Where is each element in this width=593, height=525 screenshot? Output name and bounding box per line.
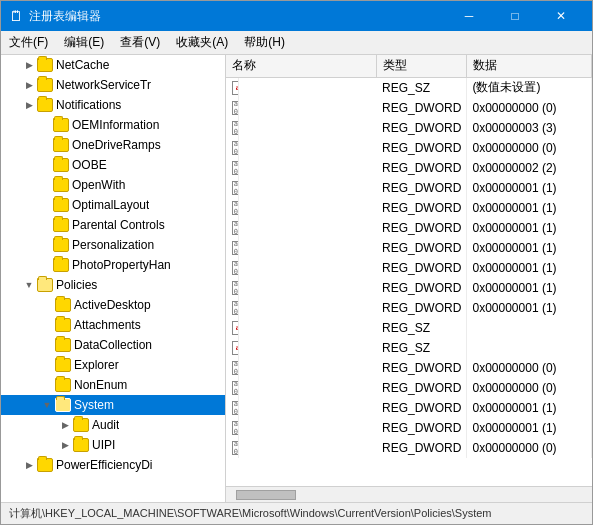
tree-item-explorer[interactable]: ▶ Explorer	[1, 355, 225, 375]
tree-item-powerefficiencydi[interactable]: ▶ PowerEfficiencyDi	[1, 455, 225, 475]
cell-name: ab010PromptOnSec...	[226, 358, 239, 378]
tree-item-networkservicetr[interactable]: ▶ NetworkServiceTr	[1, 75, 225, 95]
menu-bar: 文件(F) 编辑(E) 查看(V) 收藏夹(A) 帮助(H)	[1, 31, 592, 55]
expand-icon[interactable]: ▶	[21, 457, 37, 473]
menu-file[interactable]: 文件(F)	[1, 31, 56, 54]
table-row[interactable]: ab010EnableSecure...REG_DWORD0x00000001 …	[226, 238, 592, 258]
tree-item-audit[interactable]: ▶ Audit	[1, 415, 225, 435]
tree-panel[interactable]: ▶ NetCache ▶ NetworkServiceTr ▶ Notifica…	[1, 55, 226, 502]
cell-name: ab010undockwithout...	[226, 418, 239, 438]
cell-type: REG_DWORD	[376, 198, 466, 218]
tree-label: Audit	[92, 418, 119, 432]
cell-data: 0x00000001 (1)	[466, 198, 592, 218]
tree-item-activedesktop[interactable]: ▶ ActiveDesktop	[1, 295, 225, 315]
cell-data: (数值未设置)	[466, 77, 592, 98]
maximize-button[interactable]: □	[492, 1, 538, 31]
cell-type: REG_DWORD	[376, 258, 466, 278]
close-button[interactable]: ✕	[538, 1, 584, 31]
table-row[interactable]: ab010EnableUIADes...REG_DWORD0x00000001 …	[226, 258, 592, 278]
scrollbar-track[interactable]	[226, 489, 592, 501]
reg-value-icon: ab	[232, 81, 239, 95]
tree-item-oeminformation[interactable]: ▶ OEMInformation	[1, 115, 225, 135]
tree-item-onedriveramps[interactable]: ▶ OneDriveRamps	[1, 135, 225, 155]
folder-open-icon	[55, 398, 71, 412]
table-row[interactable]: ablegalnoticetextREG_SZ	[226, 338, 592, 358]
table-row[interactable]: ab010shutdownwith...REG_DWORD0x00000001 …	[226, 398, 592, 418]
cell-name: ab010scforceoption	[226, 378, 239, 398]
tree-item-openwith[interactable]: ▶ OpenWith	[1, 175, 225, 195]
expand-icon[interactable]: ▼	[39, 397, 55, 413]
table-row[interactable]: ablegalnoticecap...REG_SZ	[226, 318, 592, 338]
cell-name: ab010EnableSecure...	[226, 238, 239, 258]
cell-name: ab010dontdisplaylas...	[226, 138, 239, 158]
col-name[interactable]: 名称	[226, 55, 376, 77]
tree-item-optimallayout[interactable]: ▶ OptimalLayout	[1, 195, 225, 215]
cell-type: REG_DWORD	[376, 358, 466, 378]
expand-icon[interactable]: ▶	[21, 97, 37, 113]
table-row[interactable]: ab010dontdisplaylas...REG_DWORD0x0000000…	[226, 138, 592, 158]
minimize-button[interactable]: ─	[446, 1, 492, 31]
status-path: 计算机\HKEY_LOCAL_MACHINE\SOFTWARE\Microsof…	[9, 506, 492, 521]
tree-label: OOBE	[72, 158, 107, 172]
folder-icon	[53, 118, 69, 132]
tree-item-notifications[interactable]: ▶ Notifications	[1, 95, 225, 115]
table-row[interactable]: ab010EnableVirtualiz...REG_DWORD0x000000…	[226, 278, 592, 298]
registry-table[interactable]: 名称 类型 数据 ab(默认)REG_SZ(数值未设置)ab010Consent…	[226, 55, 592, 486]
cell-type: REG_DWORD	[376, 278, 466, 298]
reg-value-icon: ab010	[232, 121, 239, 135]
tree-item-datacollection[interactable]: ▶ DataCollection	[1, 335, 225, 355]
table-row[interactable]: ab010PromptOnSec...REG_DWORD0x00000000 (…	[226, 358, 592, 378]
folder-icon	[53, 178, 69, 192]
table-row[interactable]: ab(默认)REG_SZ(数值未设置)	[226, 77, 592, 98]
tree-label: UIPI	[92, 438, 115, 452]
cell-type: REG_DWORD	[376, 118, 466, 138]
reg-value-icon: ab	[232, 341, 239, 355]
expand-icon[interactable]: ▼	[21, 277, 37, 293]
expand-icon[interactable]: ▶	[57, 417, 73, 433]
cell-type: REG_SZ	[376, 338, 466, 358]
col-data[interactable]: 数据	[466, 55, 592, 77]
window-controls: ─ □ ✕	[446, 1, 584, 31]
tree-item-system[interactable]: ▼ System	[1, 395, 225, 415]
scrollbar-thumb[interactable]	[236, 490, 296, 500]
table-row[interactable]: ab010undockwithout...REG_DWORD0x00000001…	[226, 418, 592, 438]
cell-name: ab010EnableInstaller...	[226, 198, 239, 218]
expand-icon[interactable]: ▶	[21, 77, 37, 93]
tree-item-uipi[interactable]: ▶ UIPI	[1, 435, 225, 455]
menu-edit[interactable]: 编辑(E)	[56, 31, 112, 54]
reg-value-icon: ab010	[232, 381, 239, 395]
tree-label: OpenWith	[72, 178, 125, 192]
table-row[interactable]: ab010scforceoptionREG_DWORD0x00000000 (0…	[226, 378, 592, 398]
cell-name: ab010ConsentProm...	[226, 118, 239, 138]
menu-view[interactable]: 查看(V)	[112, 31, 168, 54]
tree-item-nonenum[interactable]: ▶ NonEnum	[1, 375, 225, 395]
col-type[interactable]: 类型	[376, 55, 466, 77]
cell-name: ab010DSCAutomatio...	[226, 158, 239, 178]
expand-icon[interactable]: ▶	[57, 437, 73, 453]
table-row[interactable]: ab010ValidateAdmin...REG_DWORD0x00000000…	[226, 438, 592, 458]
table-row[interactable]: ab010ConsentProm...REG_DWORD0x00000000 (…	[226, 98, 592, 118]
tree-label: Explorer	[74, 358, 119, 372]
cell-name: ablegalnoticetext	[226, 338, 239, 358]
table-row[interactable]: ab010FilterAdministr...REG_DWORD0x000000…	[226, 298, 592, 318]
table-row[interactable]: ab010EnableCursorS...REG_DWORD0x00000001…	[226, 178, 592, 198]
table-row[interactable]: ab010DSCAutomatio...REG_DWORD0x00000002 …	[226, 158, 592, 178]
tree-item-netcache[interactable]: ▶ NetCache	[1, 55, 225, 75]
registry-editor-window: 🗒 注册表编辑器 ─ □ ✕ 文件(F) 编辑(E) 查看(V) 收藏夹(A) …	[0, 0, 593, 525]
menu-help[interactable]: 帮助(H)	[236, 31, 293, 54]
tree-item-policies[interactable]: ▼ Policies	[1, 275, 225, 295]
table-row[interactable]: ab010EnableInstaller...REG_DWORD0x000000…	[226, 198, 592, 218]
menu-favorites[interactable]: 收藏夹(A)	[168, 31, 236, 54]
tree-item-personalization[interactable]: ▶ Personalization	[1, 235, 225, 255]
cell-name: ab010EnableLUA	[226, 218, 239, 238]
expand-icon[interactable]: ▶	[21, 57, 37, 73]
tree-item-parental[interactable]: ▶ Parental Controls	[1, 215, 225, 235]
folder-icon	[37, 78, 53, 92]
horizontal-scrollbar[interactable]	[226, 486, 592, 502]
tree-label: Parental Controls	[72, 218, 165, 232]
tree-item-oobe[interactable]: ▶ OOBE	[1, 155, 225, 175]
tree-item-photopropertyhan[interactable]: ▶ PhotoPropertyHan	[1, 255, 225, 275]
table-row[interactable]: ab010ConsentProm...REG_DWORD0x00000003 (…	[226, 118, 592, 138]
tree-item-attachments[interactable]: ▶ Attachments	[1, 315, 225, 335]
table-row[interactable]: ab010EnableLUAREG_DWORD0x00000001 (1)	[226, 218, 592, 238]
